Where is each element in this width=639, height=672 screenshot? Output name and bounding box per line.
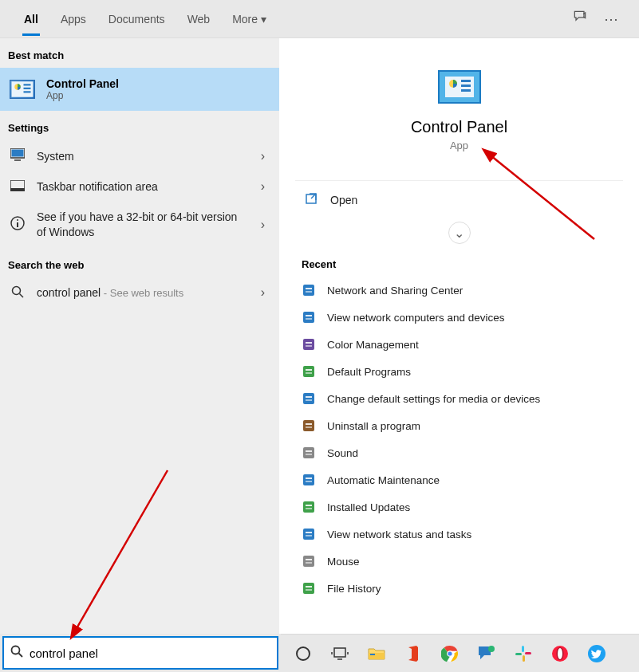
more-options-icon[interactable]: ⋯: [604, 10, 618, 28]
recent-item[interactable]: Installed Updates: [279, 493, 639, 521]
chrome-icon[interactable]: [439, 643, 461, 665]
cortana-icon[interactable]: [292, 643, 314, 665]
feedback-icon[interactable]: [572, 9, 588, 29]
taskbar: [281, 634, 639, 672]
svg-rect-61: [334, 648, 345, 657]
recent-item[interactable]: Default Programs: [279, 358, 639, 385]
svg-rect-43: [303, 474, 314, 485]
svg-rect-28: [303, 339, 314, 350]
svg-rect-39: [306, 426, 312, 428]
expand-toggle[interactable]: ⌄: [279, 218, 639, 252]
recent-item-icon: [302, 554, 316, 568]
tab-apps[interactable]: Apps: [49, 3, 97, 35]
tab-more-label: More: [232, 13, 258, 26]
office-icon[interactable]: [402, 643, 424, 665]
recent-item-icon: [302, 473, 316, 487]
svg-rect-36: [306, 399, 312, 401]
recent-item-icon: [302, 581, 316, 595]
twitter-icon[interactable]: [586, 643, 608, 665]
svg-point-69: [488, 646, 495, 652]
results-list: Best match Control Panel App Settings Sy…: [0, 38, 279, 634]
search-icon: [10, 645, 23, 661]
tab-all[interactable]: All: [13, 3, 49, 35]
svg-rect-24: [306, 291, 312, 293]
recent-item[interactable]: Uninstall a program: [279, 412, 639, 439]
section-best-match: Best match: [0, 38, 279, 68]
svg-rect-31: [303, 366, 314, 377]
recent-item[interactable]: Change default settings for media or dev…: [279, 385, 639, 412]
tab-documents[interactable]: Documents: [97, 3, 176, 35]
svg-point-13: [13, 286, 21, 294]
recent-item-label: Change default settings for media or dev…: [327, 393, 540, 405]
svg-rect-12: [17, 222, 18, 227]
search-input[interactable]: [30, 646, 270, 660]
web-search-label: control panel - See web results: [37, 286, 250, 299]
svg-rect-71: [515, 653, 522, 655]
svg-rect-30: [306, 345, 312, 347]
settings-row-label: See if you have a 32-bit or 64-bit versi…: [37, 210, 250, 240]
best-match-result[interactable]: Control Panel App: [0, 68, 279, 111]
tab-more[interactable]: More ▾: [221, 3, 278, 35]
svg-rect-6: [12, 150, 24, 157]
feedback-hub-icon[interactable]: [475, 643, 498, 665]
recent-item-label: Uninstall a program: [327, 420, 420, 432]
recent-item[interactable]: View network computers and devices: [279, 304, 639, 331]
svg-rect-3: [24, 88, 31, 89]
open-label: Open: [330, 194, 357, 206]
recent-item-label: Sound: [327, 447, 358, 459]
recent-item-icon: [302, 310, 316, 324]
svg-rect-38: [306, 423, 312, 425]
recent-item-label: Network and Sharing Center: [327, 285, 463, 297]
recent-item-icon: [302, 283, 316, 297]
recent-item[interactable]: Color Management: [279, 331, 639, 358]
recent-item-icon: [302, 446, 316, 460]
recent-item[interactable]: Network and Sharing Center: [279, 277, 639, 304]
web-query-text: control panel: [37, 286, 101, 299]
svg-point-60: [297, 647, 310, 660]
tab-bar: All Apps Documents Web More ▾ ⋯: [0, 0, 639, 38]
svg-line-59: [19, 654, 23, 658]
chevron-right-icon: ›: [261, 285, 270, 300]
svg-rect-56: [306, 586, 312, 588]
web-search-row[interactable]: control panel - See web results ›: [0, 277, 279, 308]
svg-rect-57: [306, 589, 312, 591]
task-view-icon[interactable]: [329, 643, 351, 665]
svg-rect-25: [303, 312, 314, 323]
chevron-right-icon: ›: [261, 149, 270, 163]
svg-point-68: [448, 650, 452, 655]
svg-rect-35: [306, 396, 312, 398]
open-action[interactable]: Open: [279, 181, 639, 218]
tab-web[interactable]: Web: [176, 3, 222, 35]
recent-item-label: Installed Updates: [327, 501, 410, 513]
svg-rect-2: [24, 84, 31, 85]
slack-icon[interactable]: [512, 643, 534, 665]
recent-item[interactable]: File History: [279, 575, 639, 602]
svg-point-11: [17, 219, 18, 221]
svg-rect-32: [306, 369, 312, 371]
recent-item[interactable]: Sound: [279, 439, 639, 466]
best-match-title: Control Panel: [46, 77, 119, 90]
recent-item-icon: [302, 527, 316, 541]
svg-rect-33: [306, 372, 312, 374]
opera-icon[interactable]: [549, 643, 571, 665]
svg-rect-54: [306, 562, 312, 564]
svg-rect-26: [306, 315, 312, 316]
recent-item[interactable]: Mouse: [279, 548, 639, 575]
file-explorer-icon[interactable]: [365, 643, 388, 665]
svg-rect-49: [303, 529, 314, 540]
settings-row-taskbar[interactable]: Taskbar notification area ›: [0, 171, 279, 202]
preview-subtitle: App: [279, 140, 639, 151]
svg-rect-9: [10, 188, 25, 191]
settings-row-architecture[interactable]: See if you have a 32-bit or 64-bit versi…: [0, 202, 279, 248]
search-box[interactable]: [2, 636, 278, 670]
settings-row-system[interactable]: System ›: [0, 140, 279, 171]
settings-row-label: Taskbar notification area: [37, 180, 250, 193]
recent-item[interactable]: Automatic Maintenance: [279, 466, 639, 493]
recent-item-label: View network computers and devices: [327, 312, 505, 324]
svg-rect-37: [303, 420, 314, 431]
recent-item-icon: [302, 364, 316, 379]
svg-rect-4: [24, 91, 31, 92]
recent-item-icon: [302, 500, 316, 514]
recent-item[interactable]: View network status and tasks: [279, 521, 639, 548]
svg-rect-66: [370, 654, 375, 655]
